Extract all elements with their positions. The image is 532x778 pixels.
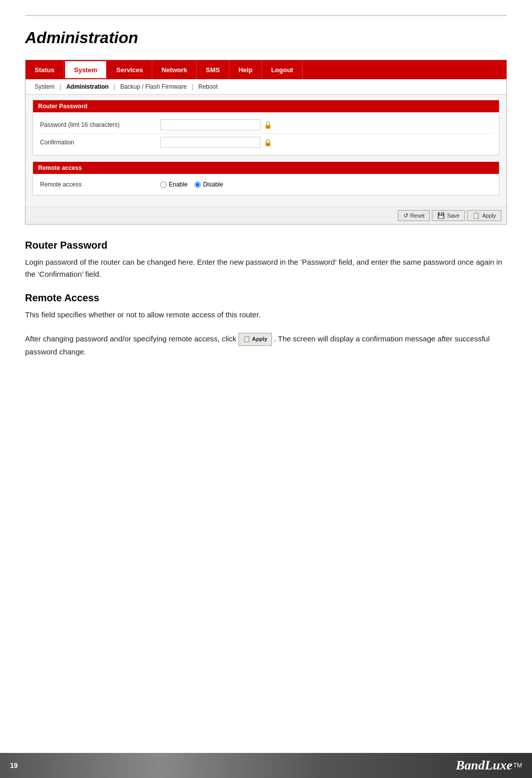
confirmation-input-group: 🔒 — [160, 137, 272, 148]
save-button[interactable]: 💾 Save — [432, 210, 465, 221]
remote-access-enable[interactable]: Enable — [160, 181, 187, 188]
reset-button[interactable]: ↺ Reset — [398, 210, 430, 221]
doc-router-password: Router Password Login password of the ro… — [25, 240, 507, 280]
password-input[interactable] — [160, 119, 260, 130]
radio-disable[interactable] — [194, 181, 201, 188]
inline-apply-button[interactable]: 📋 Apply — [238, 333, 272, 345]
page-number: 19 — [10, 761, 18, 769]
lock-icon-password: 🔒 — [263, 121, 272, 129]
router-password-header: Router Password — [33, 100, 499, 112]
confirmation-label: Confirmation — [40, 139, 160, 146]
apply-label: Apply — [482, 213, 496, 219]
router-password-section: Router Password Password (limt 16 charac… — [33, 100, 499, 155]
doc-apply-text: After changing password and/or specifyin… — [25, 333, 507, 358]
lock-icon-confirmation: 🔒 — [263, 138, 272, 146]
router-ui-mockup: Status System Services Network SMS Help … — [25, 60, 507, 225]
password-field-row: Password (limt 16 characters) 🔒 — [40, 116, 492, 134]
subnav-reboot[interactable]: Reboot — [195, 82, 221, 91]
brand-name: BandLuxe — [456, 758, 512, 773]
doc-router-password-text: Login password of the router can be chan… — [25, 256, 507, 280]
subnav-administration[interactable]: Administration — [63, 82, 112, 91]
password-label: Password (limt 16 characters) — [40, 121, 160, 128]
doc-router-password-heading: Router Password — [25, 240, 507, 251]
password-input-group: 🔒 — [160, 119, 272, 130]
inline-apply-icon: 📋 — [243, 334, 250, 344]
save-icon: 💾 — [437, 212, 445, 219]
remote-access-radio-group: Enable Disable — [160, 181, 223, 188]
nav-help[interactable]: Help — [229, 60, 262, 79]
nav-sms[interactable]: SMS — [197, 60, 229, 79]
doc-remote-access-heading: Remote Access — [25, 292, 507, 304]
apply-icon: 📋 — [472, 212, 480, 219]
nav-logout[interactable]: Logout — [262, 60, 303, 79]
top-divider — [25, 15, 507, 16]
subnav-sep-3: | — [192, 83, 193, 90]
reset-label: Reset — [410, 213, 425, 219]
brand-logo: BandLuxe TM — [456, 758, 522, 773]
enable-label: Enable — [169, 181, 187, 188]
subnav-backup[interactable]: Backup / Flash Firmware — [117, 82, 190, 91]
brand-tm: TM — [513, 762, 522, 769]
remote-access-header: Remote access — [33, 162, 499, 174]
subnav-sep-2: | — [114, 83, 115, 90]
reset-icon: ↺ — [403, 212, 408, 219]
subnav-system[interactable]: System — [32, 82, 58, 91]
disable-label: Disable — [203, 181, 223, 188]
subnav-sep-1: | — [60, 83, 61, 90]
remote-access-body: Remote access Enable Disable — [33, 174, 499, 195]
nav-system[interactable]: System — [64, 60, 107, 79]
remote-access-section: Remote access Remote access Enable Disab… — [33, 161, 499, 196]
remote-access-field-row: Remote access Enable Disable — [40, 178, 492, 191]
nav-services[interactable]: Services — [107, 60, 153, 79]
doc-remote-access: Remote Access This field specifies wheth… — [25, 292, 507, 321]
nav-status[interactable]: Status — [26, 60, 64, 79]
save-label: Save — [447, 213, 459, 219]
apply-instruction-before: After changing password and/or specifyin… — [25, 334, 236, 343]
confirmation-input[interactable] — [160, 137, 260, 148]
apply-button[interactable]: 📋 Apply — [467, 210, 501, 221]
ui-buttons-bar: ↺ Reset 💾 Save 📋 Apply — [26, 207, 506, 224]
doc-remote-access-text: This field specifies whether or not to a… — [25, 309, 507, 321]
inline-apply-label: Apply — [252, 335, 268, 344]
nav-bar: Status System Services Network SMS Help … — [26, 60, 506, 79]
doc-apply-instruction: After changing password and/or specifyin… — [25, 333, 507, 358]
router-password-body: Password (limt 16 characters) 🔒 Confirma… — [33, 112, 499, 155]
remote-access-label: Remote access — [40, 181, 160, 188]
page-footer: 19 BandLuxe TM — [0, 753, 532, 778]
page-title: Administration — [25, 29, 507, 47]
radio-enable[interactable] — [160, 181, 167, 188]
confirmation-field-row: Confirmation 🔒 — [40, 134, 492, 151]
ui-content: Router Password Password (limt 16 charac… — [26, 95, 506, 207]
sub-nav: System | Administration | Backup / Flash… — [26, 79, 506, 95]
remote-access-disable[interactable]: Disable — [194, 181, 223, 188]
nav-network[interactable]: Network — [152, 60, 196, 79]
